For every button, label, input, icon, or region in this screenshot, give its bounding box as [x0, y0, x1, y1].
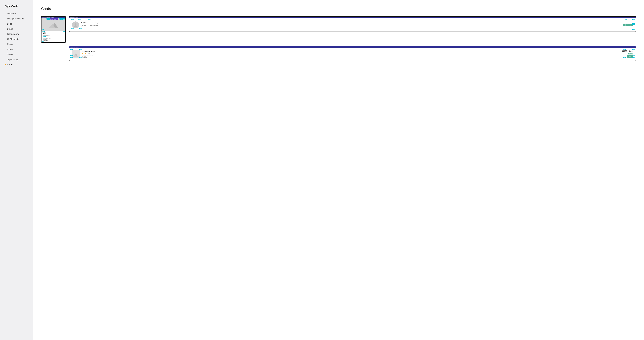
- connection-name-inline: Name: [81, 26, 621, 28]
- card-connection: Card / Connection 24px 20px 20px 20px 85…: [69, 16, 636, 32]
- conference-list-stars: ★ ★ ★ ★ (#): [82, 53, 618, 54]
- sidebar-item-brand[interactable]: Brand: [5, 26, 30, 32]
- connection-avatar: [72, 22, 79, 28]
- svg-point-3: [74, 26, 77, 27]
- sidebar-label-design-principles: Design Principles: [7, 17, 24, 20]
- cards-grid: Card / Conference - Larger 14px 193px 8p…: [41, 16, 636, 61]
- conference-list-actions: ♡ View: [624, 55, 634, 58]
- card-conference-larger: Card / Conference - Larger 14px 193px 8p…: [41, 16, 66, 43]
- conference-city: City, State: [43, 40, 64, 41]
- app-title: Style Guide: [5, 5, 30, 8]
- conference-tag: TECH: [43, 32, 64, 33]
- sidebar-label-colors: Colors: [7, 48, 14, 51]
- card-conference-list: Card / Conference 50px 20px 20px 50px 13…: [69, 46, 636, 61]
- star-count: (#): [88, 53, 90, 54]
- sidebar-item-colors[interactable]: Colors: [5, 47, 30, 52]
- conference-list-body: Conference Name ★ ★ ★ ★ (#) PRESENTED BY…: [70, 48, 636, 60]
- sidebar-label-ui-elements: UI Elements: [7, 38, 19, 41]
- sidebar-item-overview[interactable]: Overview: [5, 11, 30, 16]
- connection-card-body: Full Name Job Title - City, State You an…: [70, 18, 636, 32]
- sidebar-item-states[interactable]: States: [5, 52, 30, 57]
- page-title: Cards: [41, 7, 636, 11]
- conference-list-location: Location: [82, 56, 618, 57]
- star-2: ★: [84, 53, 85, 54]
- conference-list-name: Conference Name: [82, 50, 618, 52]
- ann-7px: 7px: [42, 29, 44, 30]
- sidebar-label-brand: Brand: [7, 27, 13, 31]
- presented-by-label: PRESENTED BY: [43, 35, 64, 36]
- svg-point-2: [74, 24, 76, 25]
- message-button-label: Message: [627, 24, 632, 26]
- connection-attended: You and _____ both attended: [81, 24, 621, 26]
- conference-title: Title: [43, 33, 64, 35]
- star-4: ★: [86, 53, 88, 54]
- sidebar: Style Guide Overview Design Principles L…: [0, 0, 33, 340]
- dot-placeholder: [5, 18, 6, 20]
- main-content: Cards Card / Conference - Larger 14px 19…: [33, 0, 644, 340]
- price-badge: $0000–$0000: [49, 18, 58, 20]
- dot-placeholder: [5, 49, 6, 50]
- conference-list-price-col: $0000 – $0000 early bird ♡ View: [620, 50, 634, 58]
- conference-larger-body: 47px finx TECH Title PRESENTED BY 26px M…: [42, 31, 66, 42]
- sidebar-item-ui-elements[interactable]: UI Elements: [5, 37, 30, 42]
- cards-row-2: Card / Conference 50px 20px 20px 50px 13…: [41, 46, 636, 61]
- message-icon: [625, 24, 626, 26]
- conference-date: Month, date, year: [43, 38, 64, 39]
- ann-13px: 13px: [62, 18, 65, 20]
- connection-name-row: Full Name Job Title - City, State: [81, 22, 621, 24]
- sidebar-item-cards[interactable]: Cards: [5, 62, 30, 68]
- avatar-icon: [73, 22, 78, 27]
- sidebar-label-overview: Overview: [7, 12, 16, 16]
- sidebar-item-filters[interactable]: Filters: [5, 42, 30, 47]
- star-3: ★: [85, 53, 86, 54]
- connection-actions: Message: [623, 24, 633, 26]
- sidebar-label-states: States: [7, 53, 13, 56]
- conference-list-price: $0000 – $0000: [622, 50, 634, 52]
- card-conference-list-label: Card / Conference: [70, 46, 636, 48]
- cards-row-1: Card / Conference - Larger 14px 193px 8p…: [41, 16, 636, 43]
- dot-placeholder: [5, 59, 6, 60]
- connection-jobtitle: Job Title - City, State: [90, 22, 101, 24]
- conference-list-presented-label: PRESENTED BY NAME: [82, 54, 618, 56]
- dot-placeholder: [5, 28, 6, 30]
- view-button[interactable]: View: [627, 55, 634, 58]
- sidebar-label-cards: Cards: [7, 63, 13, 66]
- active-dot: [5, 64, 6, 66]
- sidebar-label-iconography: Iconography: [7, 32, 19, 36]
- conference-list-mountain-icon: [72, 52, 79, 57]
- sidebar-label-logo: Logo: [7, 22, 12, 26]
- sidebar-label-filters: Filters: [7, 43, 13, 46]
- conference-list-info: Conference Name ★ ★ ★ ★ (#) PRESENTED BY…: [82, 50, 618, 58]
- connection-fullname: Full Name: [81, 22, 88, 24]
- conference-list-city: City, State: [82, 57, 618, 58]
- mountain-icon: [48, 21, 58, 28]
- card-connection-label: Card / Connection: [70, 16, 636, 18]
- sidebar-item-typography[interactable]: Typography: [5, 57, 30, 62]
- dot-placeholder: [5, 13, 6, 14]
- early-bird-badge: early bird: [628, 53, 634, 54]
- dot-placeholder: [5, 39, 6, 40]
- dot-placeholder: [5, 54, 6, 55]
- message-button[interactable]: Message: [623, 24, 633, 26]
- sidebar-item-logo[interactable]: Logo: [5, 22, 30, 26]
- conference-location: Location: [43, 39, 64, 40]
- dot-placeholder: [5, 44, 6, 45]
- dot-placeholder: [5, 34, 6, 35]
- conference-list-image: [72, 50, 80, 58]
- dot-placeholder: [5, 23, 6, 24]
- sidebar-item-design-principles[interactable]: Design Principles: [5, 16, 30, 22]
- heart-icon[interactable]: ♡: [624, 56, 626, 58]
- sidebar-item-iconography[interactable]: Iconography: [5, 32, 30, 37]
- star-1: ★: [82, 53, 83, 54]
- sidebar-label-typography: Typography: [7, 58, 18, 62]
- card-conference-larger-label: Card / Conference - Larger: [42, 16, 66, 18]
- connection-info: Full Name Job Title - City, State You an…: [81, 22, 621, 28]
